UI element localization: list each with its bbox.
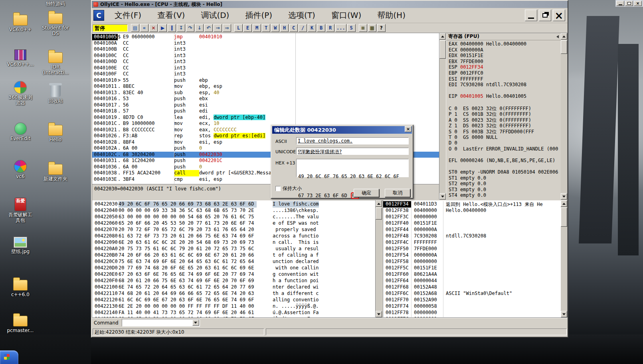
dump-row[interactable]: 004220906E 20 63 61 6C 6C 2E 20 20 54 68… xyxy=(92,239,375,246)
stack-scrollbar[interactable] xyxy=(561,200,567,317)
stack-row[interactable]: 0012FF6C00152A68ASCII "WinSta0\Default" xyxy=(383,291,561,297)
register-row[interactable]: EDX 00151F1E xyxy=(446,53,561,59)
register-row[interactable]: EIP 00401005 Hello.00401005 xyxy=(446,93,561,99)
dump-row[interactable]: 0042205063 00 00 00 00 00 00 00 54 68 65… xyxy=(92,214,375,220)
register-row[interactable]: C 0 ES 0023 32位 0(FFFFFFFF) xyxy=(446,105,561,111)
stack-row[interactable]: 0012FF5C00151F1E xyxy=(383,265,561,271)
register-row[interactable]: ESI FFFFFFFF xyxy=(446,76,561,82)
dump-row[interactable]: 004221306E 2E 20 00 00 00 00 00 FF FF FF… xyxy=(92,303,375,310)
register-row[interactable]: Z 1 DS 0023 32位 0(FFFFFFFF) xyxy=(446,123,561,129)
stack-row[interactable]: 0012FF5800000000 xyxy=(383,259,561,265)
source-button[interactable]: S xyxy=(347,24,356,32)
menu-window[interactable]: 窗口(W) xyxy=(323,10,369,21)
dialog-title-bar[interactable]: 编辑此处数据 00422030 xyxy=(272,126,412,134)
scroll-down-button[interactable] xyxy=(439,193,446,200)
register-row[interactable]: ESP 0012FF34 xyxy=(446,64,561,70)
disasm-row[interactable]: 00401018.57pushedi xyxy=(92,108,439,115)
stack-row[interactable]: 0012FF3C00000000 xyxy=(383,214,561,220)
dump-scrollbar[interactable] xyxy=(376,200,382,317)
desktop-icon-browser-360[interactable]: 360极速浏 览器 xyxy=(3,81,38,106)
register-row[interactable]: ST2 empty 0.0 xyxy=(446,181,561,187)
handles-button[interactable]: H xyxy=(280,24,289,32)
unicode-input[interactable]: ⁉潬敶挠扮潬獧挮浯? xyxy=(296,148,409,155)
dialog-close-button[interactable]: × xyxy=(405,126,412,132)
ok-button[interactable]: 确定 xyxy=(354,189,379,197)
open-file-button[interactable]: ▤ xyxy=(131,24,139,32)
registers-pane[interactable]: 寄存器 (FPU) EAX 00400000 Hello.00400000ECX… xyxy=(446,33,561,200)
dump-row[interactable]: 0042207020 70 72 6F 70 65 72 6C 79 20 73… xyxy=(92,227,375,233)
register-row[interactable] xyxy=(446,88,561,94)
memory-button[interactable]: M xyxy=(253,24,261,32)
register-row[interactable] xyxy=(446,152,561,158)
mdi-minimize-button[interactable] xyxy=(525,10,537,21)
stack-row[interactable]: 0012FF6800152A48 xyxy=(383,284,561,291)
disasm-row[interactable]: 00401017.56pushesi xyxy=(92,102,439,109)
desktop-icon-new-folder[interactable]: 新建文件夹 xyxy=(38,161,73,182)
register-row[interactable]: A 0 SS 0023 32位 0(FFFFFFFF) xyxy=(446,117,561,123)
desktop-icon-vc6-archive[interactable]: VC6.0++... xyxy=(3,49,38,67)
disasm-row[interactable]: 0040100ACCint3 xyxy=(92,40,439,47)
desktop-icon-idr-folder[interactable]: IDR (Interacti... xyxy=(38,49,73,75)
register-row[interactable]: ECX 0000000A xyxy=(446,47,561,53)
animate-into-button[interactable]: ↓ xyxy=(195,24,204,32)
stack-row[interactable]: 0012FF34004011D3返回到 Hello.<模块入口点>+113 来自… xyxy=(383,201,561,208)
disasm-row[interactable]: 00401011.8BECmovebp, esp xyxy=(92,83,439,90)
register-row[interactable]: ST0 empty -UNORM D0A8 01050104 002E006 xyxy=(446,169,561,175)
run-button[interactable]: ▶ xyxy=(158,24,167,32)
threads-button[interactable]: T xyxy=(262,24,270,32)
stack-row[interactable]: 0012FF4CFFFFFFFF xyxy=(383,239,561,246)
disasm-row[interactable]: 00401010>55pushebp xyxy=(92,77,439,84)
cpu-button[interactable]: C xyxy=(289,24,298,32)
windows-list-button[interactable]: ▦ xyxy=(368,24,376,32)
title-bar[interactable]: OllyICE - Hello.exe - [CPU - 主线程, 模块 - H… xyxy=(92,1,568,8)
scroll-down-button[interactable] xyxy=(561,311,567,317)
stack-row[interactable]: 0012FF6080621A4A xyxy=(383,271,561,278)
disasm-row[interactable]: 0040100DCCint3 xyxy=(92,59,439,65)
dump-row[interactable]: 004220A020 75 73 75 61 6C 6C 79 20 61 20… xyxy=(92,246,375,252)
dump-row[interactable]: 004220F068 20 61 20 66 75 6E 63 74 69 6F… xyxy=(92,278,375,284)
register-row[interactable]: EFL 00000246 (NO,NB,E,BE,NS,PE,GE,LE) xyxy=(446,158,561,164)
call-stack-button[interactable]: K xyxy=(308,24,316,32)
register-row[interactable]: EDI 7C930208 ntdll.7C930208 xyxy=(446,82,561,88)
column-divider[interactable] xyxy=(174,33,174,184)
close-program-button[interactable]: × xyxy=(149,24,158,32)
menu-file[interactable]: 文件(F) xyxy=(107,10,149,21)
desktop-icon-vc6-folder[interactable]: VC6.0++ xyxy=(3,12,38,32)
desktop-icon-vc6[interactable]: vc6 xyxy=(3,160,38,179)
ascii-input[interactable]: I love cnblogs.com. xyxy=(296,137,409,144)
desktop-icon-wallpaper-jpg[interactable]: 壁纸.jpg xyxy=(3,237,38,254)
register-row[interactable] xyxy=(446,163,561,169)
dump-row[interactable]: 004221006E 74 65 72 20 64 65 63 6C 61 72… xyxy=(92,284,375,291)
dump-row[interactable]: 0042211074 68 20 61 20 64 69 66 66 65 72… xyxy=(92,291,375,297)
disasm-row[interactable]: 00401016.53pushebx xyxy=(92,96,439,102)
register-row[interactable]: ST3 empty 0.0 xyxy=(446,187,561,193)
keep-size-checkbox[interactable] xyxy=(275,186,281,191)
run-trace-button[interactable]: ... xyxy=(335,24,346,32)
disassembly-scrollbar[interactable] xyxy=(439,33,446,200)
mdi-restore-button[interactable] xyxy=(539,10,551,21)
background-minimize-button[interactable] xyxy=(616,1,624,6)
breakpoints-button[interactable]: B xyxy=(317,24,325,32)
register-row[interactable]: EBP 0012FFC0 xyxy=(446,70,561,76)
dump-row[interactable]: 004220C075 6E 63 74 69 6F 6E 20 64 65 63… xyxy=(92,259,375,265)
windows-button[interactable]: W xyxy=(271,24,279,32)
patches-button[interactable]: / xyxy=(299,24,307,32)
dropdown-button[interactable] xyxy=(192,320,199,326)
dump-row[interactable]: 004220D020 77 69 74 68 20 6F 6E 65 20 63… xyxy=(92,265,375,271)
register-row[interactable]: S 0 FS 003B 32位 7FFDD000(FFF xyxy=(446,129,561,135)
disasm-row[interactable]: 00401013.83EC 40subesp, 40 xyxy=(92,90,439,96)
register-row[interactable]: ST1 empty 0.0 xyxy=(446,175,561,181)
go-to-address-button[interactable]: ⇒ xyxy=(223,24,231,32)
executables-button[interactable]: E xyxy=(243,24,252,32)
menu-debug[interactable]: 调试(D) xyxy=(193,10,237,21)
register-row[interactable] xyxy=(446,99,561,105)
restart-button[interactable]: « xyxy=(140,24,148,32)
step-into-button[interactable]: ↧ xyxy=(177,24,185,32)
stack-row[interactable]: 0012FF7000152A90 xyxy=(383,297,561,303)
scroll-thumb[interactable] xyxy=(561,40,567,54)
menu-help[interactable]: 帮助(H) xyxy=(369,10,413,21)
hex-input[interactable]: 49 20 6C 6F 76 65 20 63 6E 62 6C 6F 67 7… xyxy=(296,159,409,177)
background-maximize-button[interactable] xyxy=(625,1,633,6)
stack-row[interactable]: 0012FF507FFDE000 xyxy=(383,246,561,252)
help-button[interactable]: ? xyxy=(377,24,386,32)
